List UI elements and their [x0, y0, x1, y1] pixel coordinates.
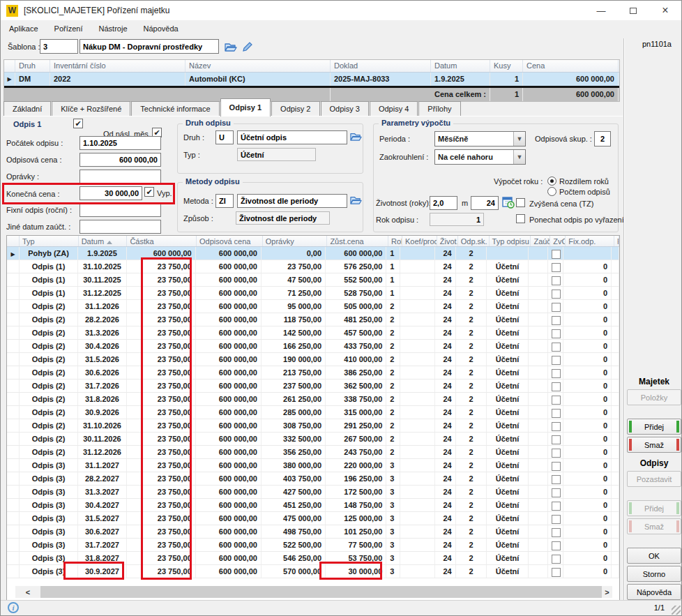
menu-item-n-pov-da[interactable]: Nápověda	[136, 22, 186, 36]
odpis1-checkbox[interactable]: ✔	[73, 119, 83, 128]
tab-odpisy-1[interactable]: Odpisy 1	[220, 98, 271, 117]
schedule-row[interactable]: Odpis (2)30.9.202623 750,00600 000,00285…	[7, 406, 619, 419]
schedule-col-fix-odp[interactable]: Fix.odp.	[566, 236, 614, 246]
zvc-checkbox[interactable]	[552, 409, 561, 418]
schedule-row[interactable]: Odpis (2)31.10.202623 750,00600 000,0030…	[7, 419, 619, 433]
tab-p-lohy[interactable]: Přílohy	[418, 101, 460, 117]
horizontal-scrollbar[interactable]: < >	[15, 586, 612, 598]
fixni-odpis-input[interactable]	[79, 203, 161, 217]
menu-item-aplikace[interactable]: Aplikace	[1, 22, 46, 36]
konecna-cena-input[interactable]	[79, 186, 142, 200]
template-number-input[interactable]	[40, 39, 78, 54]
opravky-input[interactable]	[79, 170, 161, 183]
zvc-checkbox[interactable]	[552, 263, 561, 272]
zvc-checkbox[interactable]	[552, 555, 561, 564]
schedule-col-datum[interactable]: Datum	[79, 236, 128, 246]
schedule-col-z-st-cena[interactable]: Zůst.cena	[327, 236, 388, 246]
asset-col-datum[interactable]: Datum	[431, 60, 490, 72]
ponechat-odpis-checkbox[interactable]	[516, 214, 525, 223]
zvc-checkbox[interactable]	[552, 290, 561, 299]
vyp-checkbox[interactable]: ✔	[144, 187, 154, 197]
scroll-left-button[interactable]: <	[15, 586, 40, 598]
scroll-right-button[interactable]: >	[602, 586, 612, 598]
schedule-col-typ-odpisu[interactable]: Typ odpisu	[490, 236, 531, 246]
zvc-checkbox[interactable]	[552, 541, 561, 550]
maximize-button[interactable]	[617, 1, 649, 20]
zvc-checkbox[interactable]	[552, 250, 561, 259]
chevron-down-icon[interactable]: ▼	[513, 150, 525, 164]
tab-technick-informace[interactable]: Technické informace	[131, 101, 219, 117]
odpisy-smaz-button[interactable]: Smaž	[627, 518, 681, 534]
majetek-pridej-button[interactable]: Přidej	[627, 419, 681, 435]
chevron-down-icon[interactable]: ▼	[513, 132, 525, 146]
scrollbar-thumb[interactable]	[40, 586, 602, 598]
zivotnost-roky-input[interactable]	[430, 196, 457, 210]
asset-col-druh[interactable]: Druh	[15, 60, 50, 72]
schedule-row[interactable]: Odpis (2)30.11.202623 750,00600 000,0033…	[7, 433, 619, 446]
zvc-checkbox[interactable]	[552, 396, 561, 405]
radio-rozdilem-roku[interactable]	[547, 176, 556, 186]
odpisova-skupina-input[interactable]	[594, 131, 611, 147]
minimize-button[interactable]: —	[585, 1, 617, 20]
schedule-row[interactable]: Odpis (3)31.5.202723 750,00600 000,00475…	[7, 512, 619, 525]
zvc-checkbox[interactable]	[552, 515, 561, 524]
info-icon[interactable]: i	[8, 602, 19, 613]
schedule-row[interactable]: Odpis (3)31.1.202723 750,00600 000,00380…	[7, 459, 619, 472]
schedule-col-ivot[interactable]: Život.	[437, 236, 458, 246]
zvc-checkbox[interactable]	[552, 568, 561, 577]
zvc-checkbox[interactable]	[552, 382, 561, 391]
zvc-checkbox[interactable]	[552, 369, 561, 378]
schedule-row[interactable]: Odpis (2)28.2.202623 750,00600 000,00118…	[7, 313, 619, 326]
edit-template-icon[interactable]	[241, 40, 255, 53]
zvc-checkbox[interactable]	[552, 462, 561, 471]
asset-row[interactable]: ▶DM2022Automobil (KC)2025-MAJ-80331.9.20…	[4, 73, 619, 86]
menu-item-po-zen[interactable]: Pořízení	[47, 22, 91, 36]
schedule-col-odp-sk[interactable]: Odp.sk.	[458, 236, 490, 246]
zvc-checkbox[interactable]	[552, 488, 561, 497]
polozky-button[interactable]: Položky	[627, 389, 681, 405]
druh-code-input[interactable]	[215, 130, 234, 144]
schedule-row[interactable]: Odpis (1)31.12.202523 750,00600 000,0071…	[7, 287, 619, 300]
schedule-row[interactable]: Odpis (3)31.8.202723 750,00600 000,00546…	[7, 552, 619, 565]
schedule-row[interactable]: Odpis (1)30.11.202523 750,00600 000,0047…	[7, 273, 619, 287]
perioda-dropdown[interactable]: Měsíčně ▼	[434, 131, 526, 147]
odpisy-pridej-button[interactable]: Přidej	[627, 500, 681, 516]
schedule-col-koef-proc[interactable]: Koef/proc	[402, 236, 437, 246]
close-button[interactable]: ×	[649, 1, 681, 20]
schedule-row[interactable]: Odpis (3)30.4.202723 750,00600 000,00451…	[7, 499, 619, 512]
schedule-row[interactable]: Odpis (2)31.12.202623 750,00600 000,0035…	[7, 446, 619, 459]
zvc-checkbox[interactable]	[552, 343, 561, 352]
schedule-col-per[interactable]: Per	[614, 236, 619, 246]
zvysena-cena-checkbox[interactable]	[516, 198, 525, 207]
zvc-checkbox[interactable]	[552, 435, 561, 444]
zvc-checkbox[interactable]	[552, 276, 561, 285]
napoveda-button[interactable]: Nápověda	[627, 584, 681, 600]
zvc-checkbox[interactable]	[552, 356, 561, 365]
zvc-checkbox[interactable]	[552, 502, 561, 511]
open-template-icon[interactable]	[224, 40, 238, 53]
odpisova-cena-input[interactable]	[79, 153, 161, 167]
schedule-col-rok[interactable]: Rok	[388, 236, 402, 246]
zvc-checkbox[interactable]	[552, 422, 561, 431]
asset-col-n-zev[interactable]: Název	[185, 60, 331, 72]
tab-kl-e-roz-en[interactable]: Klíče + Rozšířené	[52, 101, 130, 117]
schedule-col-stka[interactable]: Částka	[127, 236, 197, 246]
druh-name-input[interactable]	[237, 130, 347, 144]
schedule-row[interactable]: Odpis (3)30.9.202723 750,00600 000,00570…	[7, 565, 619, 578]
druh-lookup-icon[interactable]	[349, 130, 363, 143]
tab-odpisy-2[interactable]: Odpisy 2	[271, 101, 319, 117]
schedule-row[interactable]: Odpis (3)31.3.202723 750,00600 000,00427…	[7, 486, 619, 499]
asset-col-kusy[interactable]: Kusy	[490, 60, 523, 72]
storno-button[interactable]: Storno	[627, 566, 681, 582]
schedule-col-opr-vky[interactable]: Oprávky	[263, 236, 328, 246]
asset-col-invent-rn-slo[interactable]: Inventární číslo	[50, 60, 185, 72]
schedule-col-za-t[interactable]: Zaúčt.	[531, 236, 550, 246]
zvc-checkbox[interactable]	[552, 449, 561, 458]
pozastavit-button[interactable]: Pozastavit	[627, 471, 681, 487]
schedule-row[interactable]: Odpis (2)31.3.202623 750,00600 000,00142…	[7, 326, 619, 340]
schedule-row[interactable]: Odpis (3)28.2.202723 750,00600 000,00403…	[7, 472, 619, 486]
tab-z-kladn[interactable]: Základní	[3, 101, 51, 117]
radio-poctem-odpisu[interactable]	[547, 187, 556, 196]
schedule-row[interactable]: Odpis (3)31.7.202723 750,00600 000,00522…	[7, 539, 619, 552]
zvc-checkbox[interactable]	[552, 303, 561, 312]
